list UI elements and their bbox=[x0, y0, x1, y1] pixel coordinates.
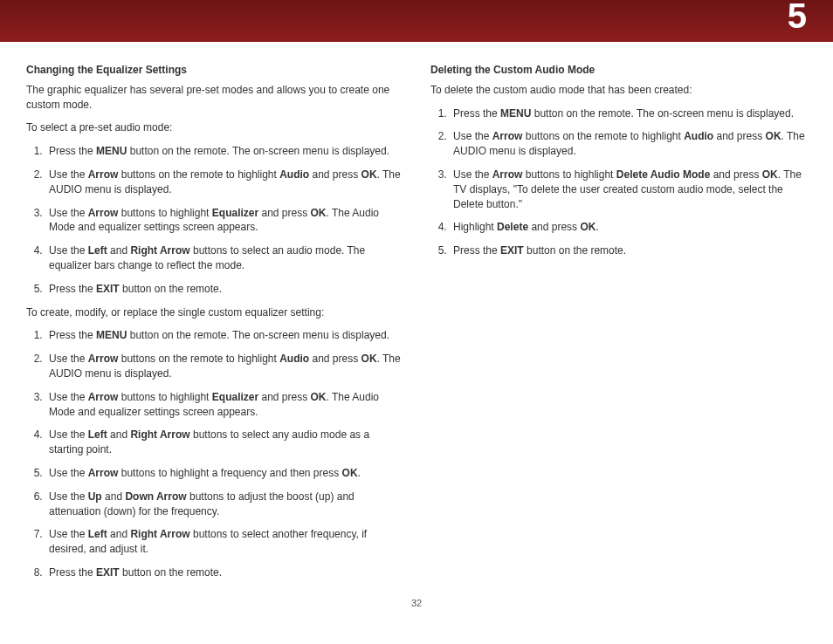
ordered-list: Press the MENU button on the remote. The… bbox=[430, 106, 807, 258]
bold-term: EXIT bbox=[96, 283, 120, 295]
bold-term: Arrow bbox=[88, 353, 119, 365]
bold-term: Arrow bbox=[88, 207, 119, 219]
bold-term: OK bbox=[311, 391, 327, 403]
list-item: Highlight Delete and press OK. bbox=[450, 220, 807, 235]
ordered-list: Press the MENU button on the remote. The… bbox=[26, 328, 403, 579]
bold-term: Equalizer bbox=[212, 207, 258, 219]
list-item: Press the MENU button on the remote. The… bbox=[45, 328, 403, 343]
list-item: Use the Arrow buttons to highlight Equal… bbox=[45, 390, 403, 420]
bold-term: Right Arrow bbox=[130, 244, 189, 257]
bold-term: Up bbox=[88, 490, 102, 503]
bold-term: Left bbox=[88, 428, 107, 441]
list-item: Press the EXIT button on the remote. bbox=[45, 282, 403, 297]
bold-term: MENU bbox=[500, 107, 531, 120]
bold-term: OK bbox=[580, 221, 595, 233]
right-column: Deleting the Custom Audio Mode To delete… bbox=[430, 63, 807, 589]
paragraph: The graphic equalizer has several pre-se… bbox=[26, 83, 403, 113]
list-item: Press the MENU button on the remote. The… bbox=[450, 106, 807, 121]
list-item: Use the Arrow buttons to highlight Equal… bbox=[45, 206, 403, 236]
list-item: Use the Up and Down Arrow buttons to adj… bbox=[45, 490, 403, 519]
bold-term: Right Arrow bbox=[130, 528, 189, 540]
bold-term: Right Arrow bbox=[130, 428, 189, 441]
bold-term: OK bbox=[361, 168, 377, 181]
list-item: Press the EXIT button on the remote. bbox=[45, 565, 403, 580]
bold-term: Arrow bbox=[88, 391, 119, 403]
list-item: Use the Arrow buttons on the remote to h… bbox=[45, 352, 403, 381]
section-heading: Changing the Equalizer Settings bbox=[26, 63, 403, 78]
list-item: Use the Left and Right Arrow buttons to … bbox=[45, 243, 403, 273]
chapter-header: 5 bbox=[0, 0, 833, 42]
list-item: Press the MENU button on the remote. The… bbox=[45, 144, 403, 159]
bold-term: OK bbox=[342, 467, 358, 479]
bold-term: Left bbox=[88, 528, 107, 540]
bold-term: Arrow bbox=[88, 467, 119, 479]
list-item: Press the EXIT button on the remote. bbox=[450, 243, 807, 258]
bold-term: Delete Audio Mode bbox=[616, 168, 711, 181]
bold-term: Delete bbox=[497, 221, 528, 233]
bold-term: OK bbox=[361, 353, 377, 365]
list-item: Use the Left and Right Arrow buttons to … bbox=[45, 428, 403, 457]
paragraph: To select a pre-set audio mode: bbox=[26, 120, 403, 135]
bold-term: Arrow bbox=[492, 168, 523, 181]
bold-term: OK bbox=[762, 168, 778, 181]
list-item: Use the Arrow buttons to highlight a fre… bbox=[45, 466, 403, 481]
list-item: Use the Arrow buttons to highlight Delet… bbox=[450, 168, 807, 211]
list-item: Use the Arrow buttons on the remote to h… bbox=[45, 168, 403, 197]
bold-term: OK bbox=[766, 130, 781, 142]
page-number: 32 bbox=[0, 598, 833, 620]
bold-term: Audio bbox=[684, 130, 713, 142]
chapter-number: 5 bbox=[788, 0, 807, 36]
list-item: Use the Arrow buttons on the remote to h… bbox=[450, 129, 807, 159]
bold-term: EXIT bbox=[96, 566, 120, 579]
bold-term: Audio bbox=[279, 353, 309, 365]
bold-term: Arrow bbox=[492, 130, 523, 142]
bold-term: OK bbox=[311, 207, 327, 219]
paragraph: To create, modify, or replace the single… bbox=[26, 305, 403, 320]
bold-term: MENU bbox=[96, 145, 127, 157]
ordered-list: Press the MENU button on the remote. The… bbox=[26, 144, 403, 296]
bold-term: MENU bbox=[96, 329, 127, 341]
bold-term: Equalizer bbox=[212, 391, 258, 403]
page-body: Changing the Equalizer Settings The grap… bbox=[0, 42, 833, 598]
paragraph: To delete the custom audio mode that has… bbox=[430, 83, 807, 98]
section-heading: Deleting the Custom Audio Mode bbox=[430, 63, 807, 78]
bold-term: Audio bbox=[279, 168, 309, 181]
bold-term: Left bbox=[88, 244, 107, 257]
left-column: Changing the Equalizer Settings The grap… bbox=[26, 63, 403, 589]
bold-term: Down Arrow bbox=[125, 490, 186, 503]
bold-term: EXIT bbox=[500, 244, 524, 257]
bold-term: Arrow bbox=[88, 168, 119, 181]
list-item: Use the Left and Right Arrow buttons to … bbox=[45, 527, 403, 557]
